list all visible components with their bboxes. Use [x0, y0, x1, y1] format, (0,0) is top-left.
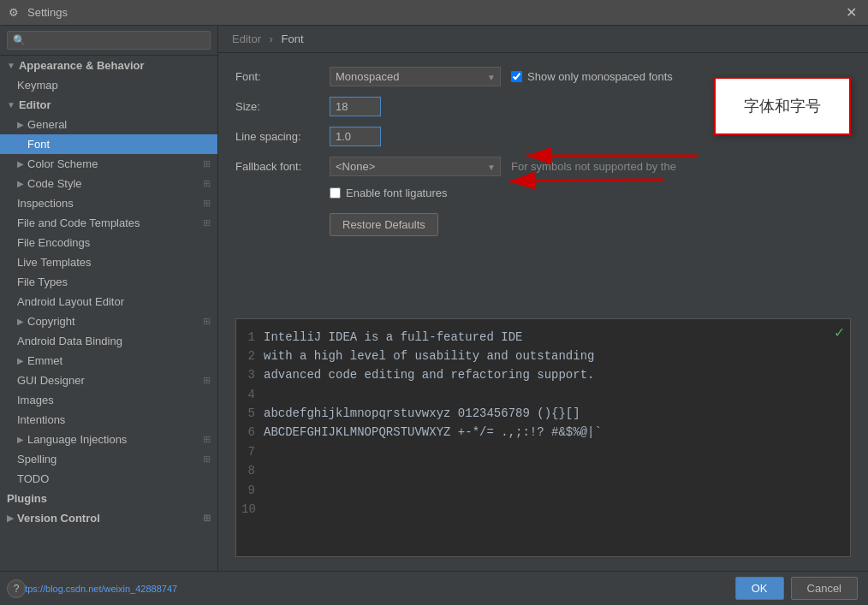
ligatures-row: Enable font ligatures	[235, 187, 851, 199]
expand-arrow-general: ▶	[17, 120, 24, 129]
sidebar-item-androiddatabinding[interactable]: Android Data Binding	[0, 331, 217, 351]
sidebar-item-intentions[interactable]: Intentions	[0, 410, 217, 430]
sidebar-item-filecodetemplates[interactable]: File and Code Templates ⊞	[0, 213, 217, 233]
preview-line-1: 1IntelliJ IDEA is a full-featured IDE	[241, 328, 841, 347]
badge-li: ⊞	[203, 434, 211, 445]
sidebar-item-plugins[interactable]: Plugins	[0, 489, 217, 508]
font-select[interactable]: Monospaced	[330, 67, 501, 86]
ligatures-checkbox[interactable]	[330, 187, 341, 199]
font-select-wrapper[interactable]: Monospaced	[330, 67, 501, 86]
help-button[interactable]: ?	[7, 579, 26, 598]
restore-defaults-button[interactable]: Restore Defaults	[330, 213, 438, 236]
bottom-link[interactable]: https://blog.csdn.net/weixin_42888747	[10, 584, 728, 594]
title-bar: ⚙ Settings ✕	[0, 0, 868, 26]
font-label: Font:	[235, 70, 330, 83]
search-box[interactable]	[0, 26, 217, 56]
settings-sidebar: ▼ Appearance & Behavior Keymap ▼ Editor …	[0, 26, 218, 571]
preview-line-10: 10	[241, 500, 841, 519]
sidebar-item-editor[interactable]: ▼ Editor	[0, 95, 217, 115]
sidebar-item-versioncontrol[interactable]: ▶ Version Control ⊞	[0, 508, 217, 528]
fallback-font-row: Fallback font: <None> For symbols not su…	[235, 157, 851, 176]
settings-icon: ⚙	[9, 6, 22, 20]
size-input[interactable]: 18	[330, 97, 381, 116]
preview-line-7: 7	[241, 442, 841, 461]
badge-copyright: ⊞	[203, 316, 211, 327]
breadcrumb: Editor › Font	[218, 26, 868, 53]
show-monospaced-label[interactable]: Show only monospaced fonts	[511, 70, 673, 83]
expand-arrow-colorscheme: ▶	[17, 159, 24, 169]
search-input[interactable]	[7, 31, 211, 50]
font-preview: ✓ 1IntelliJ IDEA is a full-featured IDE …	[235, 318, 851, 558]
badge-fct: ⊞	[203, 217, 211, 228]
tooltip-text: 字体和字号	[744, 98, 821, 115]
sidebar-item-livetemplates[interactable]: Live Templates	[0, 252, 217, 272]
check-icon: ✓	[834, 324, 845, 341]
size-label: Size:	[235, 100, 330, 113]
expand-arrow: ▼	[7, 61, 15, 70]
bottom-bar: ? https://blog.csdn.net/weixin_42888747 …	[0, 571, 868, 605]
breadcrumb-current: Font	[282, 33, 304, 45]
sidebar-item-emmet[interactable]: ▶ Emmet	[0, 351, 217, 371]
restore-row: Restore Defaults	[235, 210, 851, 236]
line-spacing-label: Line spacing:	[235, 130, 330, 143]
sidebar-item-todo[interactable]: TODO	[0, 469, 217, 489]
expand-arrow-editor: ▼	[7, 100, 15, 110]
preview-line-9: 9	[241, 481, 841, 500]
cancel-button[interactable]: Cancel	[791, 577, 858, 600]
preview-line-4: 4	[241, 385, 841, 404]
expand-arrow-vc: ▶	[7, 513, 14, 523]
preview-lines: 1IntelliJ IDEA is a full-featured IDE 2w…	[236, 319, 850, 528]
expand-arrow-emmet: ▶	[17, 356, 24, 365]
fallback-font-label: Fallback font:	[235, 160, 330, 173]
sidebar-item-inspections[interactable]: Inspections ⊞	[0, 193, 217, 213]
badge-vc: ⊞	[203, 513, 211, 524]
sidebar-item-font[interactable]: Font	[0, 134, 217, 154]
badge-inspections: ⊞	[203, 198, 211, 209]
ligatures-label[interactable]: Enable font ligatures	[330, 187, 448, 199]
sidebar-item-colorscheme[interactable]: ▶ Color Scheme ⊞	[0, 154, 217, 174]
expand-arrow-copyright: ▶	[17, 317, 24, 326]
fallback-font-select[interactable]: <None>	[330, 157, 501, 176]
expand-arrow-codestyle: ▶	[17, 179, 24, 188]
expand-arrow-li: ▶	[17, 435, 24, 444]
sidebar-item-keymap[interactable]: Keymap	[0, 75, 217, 95]
ok-button[interactable]: OK	[735, 577, 784, 600]
sidebar-item-languageinjections[interactable]: ▶ Language Injections ⊞	[0, 430, 217, 449]
sidebar-item-codestyle[interactable]: ▶ Code Style ⊞	[0, 174, 217, 193]
sidebar-item-fileencodings[interactable]: File Encodings	[0, 233, 217, 252]
preview-line-6: 6ABCDEFGHIJKLMNOPQRSTUVWXYZ +-*/= .,;:!?…	[241, 423, 841, 442]
close-button[interactable]: ✕	[842, 4, 859, 21]
breadcrumb-sep: ›	[270, 33, 273, 45]
sidebar-item-general[interactable]: ▶ General	[0, 115, 217, 134]
tooltip-box: 字体和字号	[714, 77, 851, 135]
line-spacing-input[interactable]: 1.0	[330, 127, 381, 146]
badge-spelling: ⊞	[203, 454, 211, 465]
sidebar-item-copyright[interactable]: ▶ Copyright ⊞	[0, 311, 217, 331]
preview-line-3: 3advanced code editing and refactoring s…	[241, 365, 841, 384]
content-area: Editor › Font Font: Monospaced Show only…	[218, 26, 868, 571]
badge-codestyle: ⊞	[203, 178, 211, 189]
sidebar-item-images[interactable]: Images	[0, 390, 217, 410]
breadcrumb-parent: Editor	[232, 33, 261, 45]
badge-guidesigner: ⊞	[203, 375, 211, 386]
preview-line-8: 8	[241, 461, 841, 480]
show-monospaced-checkbox[interactable]	[511, 71, 522, 82]
badge-icon: ⊞	[203, 158, 211, 169]
window-title: Settings	[27, 6, 842, 19]
sidebar-item-spelling[interactable]: Spelling ⊞	[0, 449, 217, 469]
fallback-font-select-wrapper[interactable]: <None>	[330, 157, 501, 176]
sidebar-item-filetypes[interactable]: File Types	[0, 272, 217, 292]
fallback-hint: For symbols not supported by the	[511, 160, 676, 173]
preview-line-5: 5abcdefghijklmnopqrstuvwxyz 0123456789 (…	[241, 404, 841, 423]
sidebar-item-androidlayout[interactable]: Android Layout Editor	[0, 292, 217, 311]
preview-line-2: 2with a high level of usability and outs…	[241, 347, 841, 365]
sidebar-item-guidesigner[interactable]: GUI Designer ⊞	[0, 371, 217, 390]
sidebar-item-appearance[interactable]: ▼ Appearance & Behavior	[0, 56, 217, 75]
